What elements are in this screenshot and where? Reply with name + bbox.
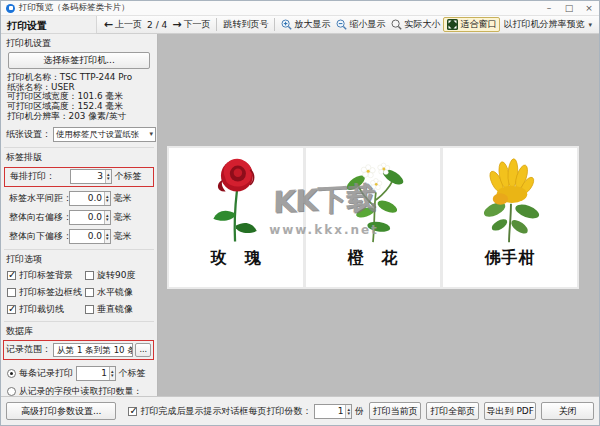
spinner-buttons[interactable]	[104, 192, 110, 205]
h-spacing-input[interactable]: 0.0	[69, 191, 111, 206]
from-field-row: 从记录的字段中读取打印数量：	[7, 386, 157, 396]
copies-value: 1	[315, 405, 345, 418]
checkbox-icon	[128, 407, 137, 416]
zoom-out-button[interactable]: 缩小显示	[333, 17, 388, 32]
actual-size-label: 实际大小	[404, 18, 440, 31]
checkbox-mirror-horizontal[interactable]: 水平镜像	[85, 286, 157, 299]
checkbox-label: 打印标签背景	[19, 269, 73, 282]
spinner-buttons[interactable]	[345, 405, 351, 418]
labels-per-row-input[interactable]: 3	[70, 169, 112, 184]
spinner-buttons[interactable]	[104, 230, 110, 243]
per-record-value: 1	[77, 367, 109, 380]
advanced-settings-button[interactable]: 高级打印参数设置...	[6, 402, 116, 420]
paper-setting-label: 纸张设置：	[6, 128, 51, 141]
preview-area: 玫 瑰	[158, 34, 599, 396]
checkbox-label: 水平镜像	[97, 286, 133, 299]
offset-right-row: 整体向右偏移： 0.0 毫米	[9, 210, 157, 225]
label-card-rose: 玫 瑰	[169, 148, 303, 287]
spinner-buttons[interactable]	[105, 170, 111, 183]
magnifier-icon	[391, 19, 402, 30]
prompt-after-print-label: 打印完成后显示提示对话框	[140, 405, 248, 418]
label-title: 佛手柑	[443, 248, 577, 269]
toolbar-separator	[274, 18, 275, 31]
checkbox-icon	[7, 305, 16, 314]
offset-down-label: 整体向下偏移：	[9, 230, 69, 243]
goto-page-button[interactable]: 跳转到页号	[220, 17, 271, 32]
printer-group-title: 打印机设置	[6, 37, 157, 50]
minimize-icon[interactable]: –	[539, 1, 559, 15]
database-group-title: 数据库	[6, 325, 157, 338]
paper-setting-value: 使用标签尺寸设置纸张	[56, 129, 139, 140]
separator	[4, 147, 154, 148]
orange-blossom-image	[339, 154, 407, 246]
settings-panel-title: 打印设置	[1, 16, 96, 34]
offset-right-input[interactable]: 0.0	[69, 210, 111, 225]
browse-records-button[interactable]: ...	[135, 343, 151, 357]
actual-size-button[interactable]: 实际大小	[388, 17, 443, 32]
labels-per-row-unit: 个标签	[115, 170, 142, 183]
close-button[interactable]: 关闭	[541, 402, 594, 420]
zoom-in-button[interactable]: 放大显示	[278, 17, 333, 32]
print-preview-window: 打印预览（条码标签类卡片） – □ × 打印设置 ← 上一页 2 / 4 → 下…	[0, 0, 600, 426]
checkbox-print-cut-line[interactable]: 打印裁切线	[7, 303, 85, 316]
per-record-label: 每条记录打印	[19, 367, 73, 380]
toolbar: ← 上一页 2 / 4 → 下一页 跳转到页号 放大显示 缩小显示 实际大小	[96, 16, 599, 34]
copies-unit: 份	[355, 405, 364, 418]
offset-right-value: 0.0	[70, 211, 104, 224]
radio-from-field[interactable]	[7, 387, 16, 396]
checkbox-label: 旋转90度	[97, 269, 135, 282]
labels-per-row-row: 每排打印： 3 个标签	[10, 169, 151, 184]
checkbox-icon	[7, 288, 16, 297]
bottom-bar: 高级打印参数设置... 打印完成后显示提示对话框 每页打印份数： 1 份 打印当…	[1, 396, 599, 425]
radio-per-record[interactable]	[7, 369, 16, 378]
label-title: 玫 瑰	[169, 248, 303, 269]
label-card-orange-blossom: 橙 花	[306, 148, 440, 287]
spinner-buttons[interactable]	[109, 367, 115, 380]
copies-input[interactable]: 1	[314, 404, 352, 419]
prompt-after-print-checkbox[interactable]: 打印完成后显示提示对话框	[128, 405, 248, 418]
print-options-grid: 打印标签背景 旋转90度 打印标签边框线 水平镜像 打印裁切线 垂直镜像	[7, 269, 157, 316]
maximize-icon[interactable]: □	[559, 1, 579, 15]
record-range-input[interactable]: 从第 1 条到第 10 条	[53, 343, 133, 357]
checkbox-label: 垂直镜像	[97, 303, 133, 316]
bergamot-image	[476, 154, 544, 246]
checkbox-print-label-border[interactable]: 打印标签边框线	[7, 286, 85, 299]
per-record-unit: 个标签	[119, 367, 146, 380]
paper-setting-select[interactable]: 使用标签尺寸设置纸张 ▾	[53, 127, 156, 142]
label-title: 橙 花	[306, 248, 440, 269]
toolbar-separator	[216, 18, 217, 31]
page-indicator: 2 / 4	[147, 20, 167, 30]
offset-right-label: 整体向右偏移：	[9, 211, 69, 224]
print-current-page-button[interactable]: 打印当前页	[369, 402, 422, 420]
printer-dpi-value: 203 像素/英寸	[69, 112, 127, 122]
export-pdf-button[interactable]: 导出到 PDF	[484, 402, 537, 420]
checkbox-icon	[7, 271, 16, 280]
zoom-in-label: 放大显示	[294, 18, 330, 31]
print-all-pages-button[interactable]: 打印全部页	[426, 402, 479, 420]
rose-image	[203, 154, 269, 246]
close-icon[interactable]: ×	[579, 1, 599, 15]
settings-panel: 打印机设置 选择标签打印机... 打印机名称： TSC TTP-244 Pro …	[1, 34, 158, 396]
checkbox-label: 打印裁切线	[19, 303, 64, 316]
fit-window-button[interactable]: 适合窗口	[443, 17, 500, 32]
per-record-input[interactable]: 1	[76, 366, 116, 381]
prev-page-button[interactable]: ← 上一页	[101, 17, 145, 32]
app-icon	[6, 4, 15, 13]
resolution-preview-dropdown[interactable]: 以打印机分辨率预览 ▾	[500, 17, 595, 32]
chevron-down-icon: ▾	[588, 21, 592, 29]
checkbox-print-label-background[interactable]: 打印标签背景	[7, 269, 85, 282]
select-printer-button[interactable]: 选择标签打印机...	[8, 52, 150, 69]
checkbox-mirror-vertical[interactable]: 垂直镜像	[85, 303, 157, 316]
separator	[4, 321, 154, 322]
labels-per-row-highlight: 每排打印： 3 个标签	[4, 167, 154, 187]
checkbox-icon	[85, 271, 94, 280]
spinner-buttons[interactable]	[104, 211, 110, 224]
next-page-button[interactable]: → 下一页	[169, 17, 213, 32]
record-range-highlight: 记录范围： 从第 1 条到第 10 条 ...	[3, 340, 154, 360]
checkbox-rotate-90[interactable]: 旋转90度	[85, 269, 157, 282]
printer-dpi-label: 打印机分辨率：	[7, 112, 69, 122]
titlebar: 打印预览（条码标签类卡片） – □ ×	[1, 1, 599, 16]
labels-per-row-label: 每排打印：	[10, 170, 70, 183]
fit-window-icon	[447, 19, 458, 30]
offset-down-input[interactable]: 0.0	[69, 229, 111, 244]
